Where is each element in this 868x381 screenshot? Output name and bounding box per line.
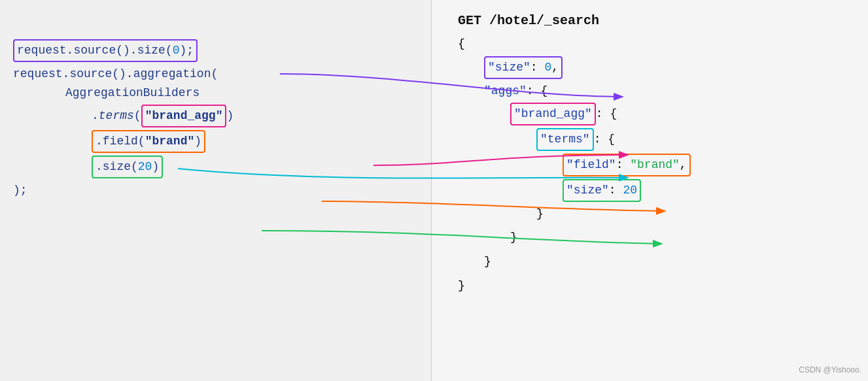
field-val-right: "brand" <box>630 158 680 171</box>
terms-box-right: "terms" <box>536 128 594 151</box>
size-line: "size": 0, <box>458 56 855 79</box>
dot-terms-prefix: . <box>92 109 99 122</box>
close4: } <box>458 276 855 295</box>
aggregation-builders-text: AggregationBuilders <box>65 86 200 99</box>
aggs-colon: : { <box>527 84 547 97</box>
size-comma: , <box>551 61 559 74</box>
code-line-5: .field("brand") <box>13 130 418 153</box>
brand-agg-box: "brand_agg" <box>141 105 227 127</box>
watermark: CSDN @Yishooo. <box>799 365 861 374</box>
left-panel: request.source().size(0); request.source… <box>0 0 432 381</box>
request-source-size-box: request.source().size(0); <box>13 39 198 62</box>
terms-key-right: "terms" <box>540 133 590 146</box>
close2: } <box>458 228 855 247</box>
size-val-right: 0 <box>544 61 551 74</box>
zero-value: 0 <box>173 44 180 57</box>
close3: } <box>458 252 855 271</box>
size-20-text: .size(20) <box>95 160 159 173</box>
size2-colon-right: : <box>609 184 623 197</box>
size-box-right: "size": 0, <box>484 56 563 79</box>
field-key-right: "field" <box>566 158 616 171</box>
terms-close-paren: ) <box>226 109 234 122</box>
size2-line-right: "size": 20 <box>458 179 855 202</box>
request-source-size-text: request.source().size(0); <box>17 44 194 57</box>
code-line-4: .terms("brand_agg") <box>13 105 418 127</box>
size-key-right: "size" <box>488 61 530 74</box>
field-comma-right: , <box>680 158 687 171</box>
close1: } <box>458 205 855 224</box>
brand-agg-box-right: "brand_agg" <box>510 103 596 125</box>
brand-agg-line: "brand_agg" : { <box>458 103 855 125</box>
size-colon: : <box>530 61 545 74</box>
terms-colon-right: : { <box>594 133 615 146</box>
brand-agg-colon-right: : { <box>596 107 617 120</box>
brand-agg-key-right: "brand_agg" <box>514 107 592 120</box>
field-line-right: "field": "brand", <box>458 154 855 176</box>
api-title: GET /hotel/_search <box>458 13 855 28</box>
field-brand-text: .field("brand") <box>95 135 201 148</box>
field-brand-box: .field("brand") <box>92 130 205 153</box>
close-paren-text: ); <box>13 184 27 197</box>
terms-line: "terms" : { <box>458 128 855 151</box>
code-line-6: .size(20) <box>13 156 418 178</box>
field-box-right: "field": "brand", <box>563 154 691 176</box>
code-line-7: ); <box>13 181 418 200</box>
field-colon-right: : <box>616 158 631 171</box>
code-line-2: request.source().aggregation( <box>13 65 418 84</box>
open-brace: { <box>458 35 855 54</box>
terms-italic: terms <box>99 109 134 122</box>
terms-paren: ( <box>134 109 141 122</box>
size2-val-right: 20 <box>623 184 637 197</box>
code-line-1: request.source().size(0); <box>13 39 418 62</box>
brand-agg-text: "brand_agg" <box>145 109 223 122</box>
size2-box-right: "size": 20 <box>563 179 641 202</box>
code-line-3: AggregationBuilders <box>13 84 418 103</box>
aggs-key-right: "aggs" <box>484 84 527 97</box>
size-20-box: .size(20) <box>92 156 163 178</box>
right-panel: GET /hotel/_search { "size": 0, "aggs": … <box>432 0 868 381</box>
size2-key-right: "size" <box>566 184 609 197</box>
request-aggregation-text: request.source().aggregation( <box>13 67 218 80</box>
aggs-line: "aggs": { <box>458 82 855 101</box>
